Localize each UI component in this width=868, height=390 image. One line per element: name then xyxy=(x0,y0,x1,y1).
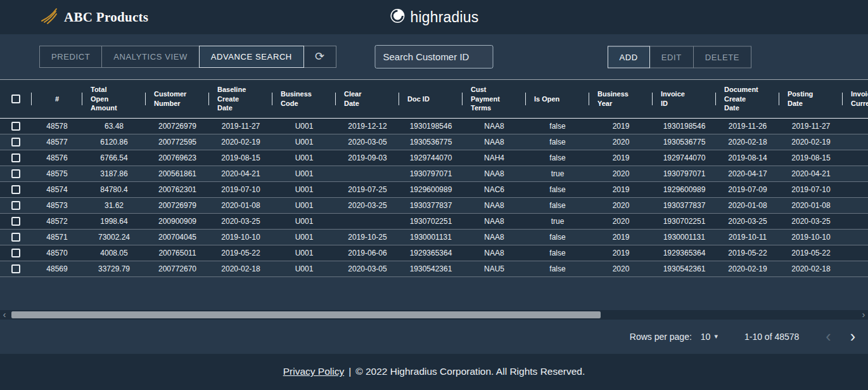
table-cell: U001 xyxy=(272,181,336,197)
column-header: Total Open Amount xyxy=(82,80,146,118)
table-cell: U001 xyxy=(272,229,336,245)
table-cell: 2019-08-14 xyxy=(716,150,779,166)
table-cell: 2020-01-08 xyxy=(716,197,779,213)
table-cell: NAA8 xyxy=(463,213,526,229)
scroll-left-arrow-icon[interactable]: ‹ xyxy=(0,310,9,320)
select-all-checkbox[interactable] xyxy=(11,94,20,103)
table-cell: false xyxy=(526,150,589,166)
row-checkbox[interactable] xyxy=(11,264,20,273)
column-header: Doc ID xyxy=(399,80,463,118)
table-cell: 1930702251 xyxy=(653,213,716,229)
rows-per-page-select[interactable]: 10 ▾ xyxy=(701,332,718,342)
caret-down-icon: ▾ xyxy=(714,332,718,341)
table-cell xyxy=(843,181,868,197)
row-select-cell xyxy=(0,197,32,213)
table-cell: 2019-11-27 xyxy=(779,118,843,134)
table-cell: U001 xyxy=(272,118,336,134)
pagination-range: 1-10 of 48578 xyxy=(744,332,799,342)
brand: ABC Products xyxy=(39,7,148,27)
next-page-button[interactable]: › xyxy=(850,328,855,344)
row-checkbox[interactable] xyxy=(11,217,20,226)
table-cell: 1929365364 xyxy=(653,245,716,261)
table-cell: 31.62 xyxy=(82,197,146,213)
table-cell: 6766.54 xyxy=(82,150,146,166)
privacy-policy-link[interactable]: Privacy Policy xyxy=(283,366,344,377)
table-cell: NAC6 xyxy=(463,181,526,197)
table-cell xyxy=(336,166,399,181)
table-cell: 2019 xyxy=(589,150,653,166)
table-cell: 2019-05-22 xyxy=(209,245,272,261)
refresh-button[interactable]: ⟳ xyxy=(303,46,336,68)
table-cell: 2019-07-10 xyxy=(779,181,843,197)
table-cell: 48577 xyxy=(32,134,82,150)
row-checkbox[interactable] xyxy=(11,201,20,210)
select-all-header-cell xyxy=(0,80,32,118)
table-cell: 2020-03-25 xyxy=(209,213,272,229)
highradius-logo: highradius xyxy=(389,8,478,27)
table-cell: 2020-01-08 xyxy=(779,197,843,213)
table-cell: 2019-07-25 xyxy=(336,181,399,197)
advance-search-button[interactable]: ADVANCE SEARCH xyxy=(199,46,304,68)
table-row: 485721998.642009009092020-03-25U00119307… xyxy=(0,213,868,229)
row-checkbox[interactable] xyxy=(11,185,20,194)
scroll-right-arrow-icon[interactable]: › xyxy=(859,310,868,320)
table-header: #Total Open AmountCustomer NumberBaselin… xyxy=(0,80,868,118)
horizontal-scrollbar[interactable]: ‹ › xyxy=(0,310,868,320)
table-row: 4857484780.42007623012019-07-10U0012019-… xyxy=(0,181,868,197)
table-row: 485766766.542007696232019-08-15U0012019-… xyxy=(0,150,868,166)
table-cell xyxy=(843,229,868,245)
table-row: 4857863.482007269792019-11-27U0012019-12… xyxy=(0,118,868,134)
table-cell: false xyxy=(526,245,589,261)
edit-button[interactable]: EDIT xyxy=(649,46,694,68)
row-select-cell xyxy=(0,166,32,181)
column-header: Business Code xyxy=(272,80,336,118)
column-header: Is Open xyxy=(526,80,589,118)
table-cell: 48575 xyxy=(32,166,82,181)
table-cell: 1930001131 xyxy=(399,229,463,245)
row-select-cell xyxy=(0,229,32,245)
table-cell: 6120.86 xyxy=(82,134,146,150)
search-input[interactable] xyxy=(375,45,494,68)
table-cell: 200726979 xyxy=(146,118,209,134)
add-button[interactable]: ADD xyxy=(608,46,650,68)
table-cell: 2019-09-03 xyxy=(336,150,399,166)
table-cell: 2020-03-25 xyxy=(336,197,399,213)
table-cell: 1930536775 xyxy=(399,134,463,150)
row-checkbox[interactable] xyxy=(11,249,20,257)
table-cell: 2019-05-22 xyxy=(716,245,779,261)
table-cell: 73002.24 xyxy=(82,229,146,245)
predict-button[interactable]: PREDICT xyxy=(39,46,102,68)
delete-button[interactable]: DELETE xyxy=(693,46,751,68)
abc-products-logo-icon xyxy=(39,7,58,27)
rows-per-page-label: Rows per page: xyxy=(630,332,692,342)
table-cell: 200704045 xyxy=(146,229,209,245)
row-checkbox[interactable] xyxy=(11,233,20,242)
table-cell: 200561861 xyxy=(146,166,209,181)
previous-page-button[interactable]: ‹ xyxy=(826,328,831,344)
table-cell: 48571 xyxy=(32,229,82,245)
row-checkbox[interactable] xyxy=(11,169,20,178)
table-cell: 1929744070 xyxy=(653,150,716,166)
table-cell: NAA8 xyxy=(463,134,526,150)
table-cell: 2019-11-26 xyxy=(716,118,779,134)
analytics-view-button[interactable]: ANALYTICS VIEW xyxy=(101,46,200,68)
row-checkbox[interactable] xyxy=(11,122,20,131)
table-cell: true xyxy=(526,213,589,229)
table-cell: 1930377837 xyxy=(399,197,463,213)
table-cell: 2020-02-19 xyxy=(209,134,272,150)
table-cell: 48573 xyxy=(32,197,82,213)
table-cell: 1930702251 xyxy=(399,213,463,229)
table-cell: 2019-07-10 xyxy=(209,181,272,197)
row-select-cell xyxy=(0,150,32,166)
column-header: Cust Payment Terms xyxy=(463,80,526,118)
table-cell: 2020-01-08 xyxy=(209,197,272,213)
highradius-logo-icon xyxy=(389,8,405,27)
row-checkbox[interactable] xyxy=(11,138,20,146)
table-cell: U001 xyxy=(272,166,336,181)
table-row: 4857331.622007269792020-01-08U0012020-03… xyxy=(0,197,868,213)
rows-per-page-value: 10 xyxy=(701,332,711,342)
scrollbar-thumb[interactable] xyxy=(11,311,601,318)
table-cell: 1929600989 xyxy=(399,181,463,197)
row-checkbox[interactable] xyxy=(11,153,20,162)
table-row: 485753187.862005618612020-04-21U00119307… xyxy=(0,166,868,181)
